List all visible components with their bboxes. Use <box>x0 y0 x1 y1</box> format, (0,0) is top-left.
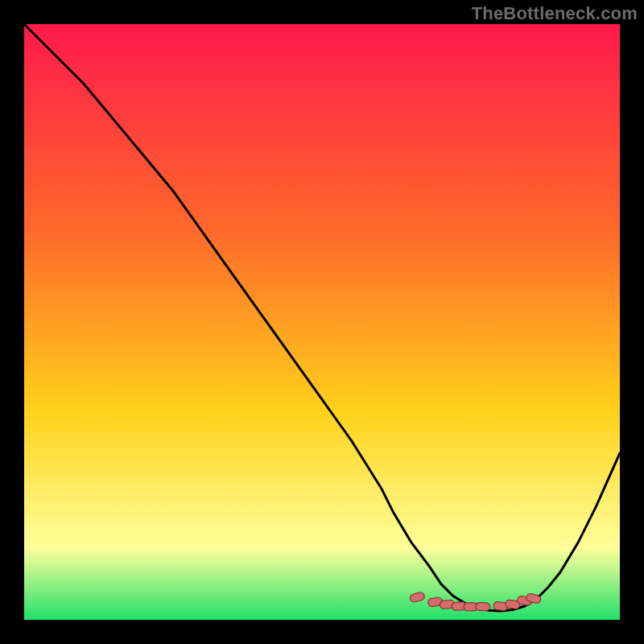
optimal-marker <box>476 602 490 611</box>
bottleneck-chart <box>24 24 620 620</box>
chart-frame: TheBottleneck.com <box>0 0 644 644</box>
gradient-background <box>24 24 620 620</box>
watermark-label: TheBottleneck.com <box>472 3 638 24</box>
plot-area <box>24 24 620 620</box>
